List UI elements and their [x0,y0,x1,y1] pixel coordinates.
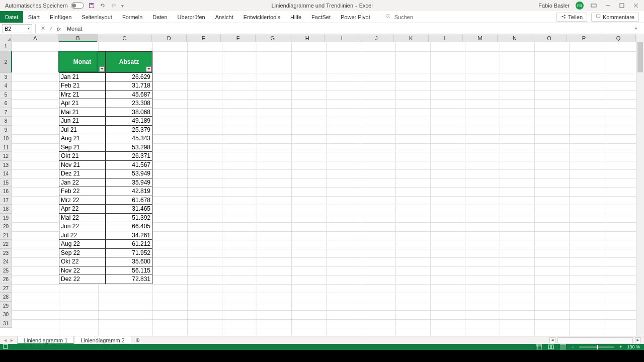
maximize-icon[interactable] [618,2,626,10]
cell-sales[interactable]: 26.629 [106,73,152,82]
save-icon[interactable] [88,2,95,9]
row-header-13[interactable]: 13 [0,161,12,170]
table-row[interactable]: Dez 2153.949 [59,169,152,178]
cell-month[interactable]: Sep 22 [59,249,106,258]
table-row[interactable]: Sep 2153.298 [59,143,152,152]
cell-sales[interactable]: 35.949 [106,178,152,188]
cell-month[interactable]: Okt 21 [59,152,106,161]
column-header-P[interactable]: P [567,34,602,42]
zoom-out-icon[interactable]: − [572,344,574,349]
cell-sales[interactable]: 61.212 [106,240,152,249]
table-row[interactable]: Apr 2231.465 [59,205,152,214]
table-row[interactable]: Mrz 2145.687 [59,90,152,100]
row-header-16[interactable]: 16 [0,187,12,196]
hscroll-track[interactable] [557,337,633,343]
table-row[interactable]: Jan 2126.629 [59,73,152,82]
table-row[interactable]: Okt 2126.371 [59,152,152,161]
cell-sales[interactable]: 66.405 [106,222,152,231]
row-header-26[interactable]: 26 [0,275,12,284]
scrollbar-thumb[interactable] [637,42,643,72]
column-header-Q[interactable]: Q [601,34,636,42]
column-header-A[interactable]: A [12,34,59,42]
cell-sales[interactable]: 23.308 [106,99,152,108]
column-header-M[interactable]: M [463,34,498,42]
column-header-H[interactable]: H [290,34,325,42]
cancel-formula-icon[interactable]: ✕ [39,25,47,32]
cell-month[interactable]: Apr 22 [59,205,106,214]
fx-icon[interactable]: fx [57,26,61,32]
column-header-J[interactable]: J [359,34,394,42]
cell-month[interactable]: Feb 21 [59,81,106,90]
row-header-6[interactable]: 6 [0,99,12,108]
row-header-25[interactable]: 25 [0,266,12,276]
hscroll-left-icon[interactable]: ◄ [549,337,555,343]
minimize-icon[interactable] [604,2,612,10]
ribbon-tab-daten[interactable]: Daten [147,11,172,23]
cell-month[interactable]: Feb 22 [59,187,106,196]
cell-month[interactable]: Apr 21 [59,99,106,108]
cell-sales[interactable]: 35.600 [106,257,152,266]
cell-month[interactable]: Mai 21 [59,108,106,117]
table-row[interactable]: Nov 2141.567 [59,161,152,170]
cell-sales[interactable]: 41.567 [106,161,152,170]
cell-sales[interactable]: 49.189 [106,117,152,126]
ribbon-display-icon[interactable] [590,2,598,10]
header-month[interactable]: Monat [59,51,106,73]
zoom-level[interactable]: 130 % [627,344,640,349]
qat-customize-icon[interactable]: ▾ [121,3,124,9]
column-header-D[interactable]: D [152,34,187,42]
page-layout-view-icon[interactable] [547,344,554,349]
zoom-in-icon[interactable]: + [619,344,622,349]
table-row[interactable]: Mrz 2261.678 [59,196,152,205]
row-header-19[interactable]: 19 [0,214,12,223]
ribbon-tab-formeln[interactable]: Formeln [117,11,147,23]
formula-input[interactable]: Monat [63,26,635,32]
cell-sales[interactable]: 26.371 [106,152,152,161]
cell-sales[interactable]: 25.379 [106,126,152,135]
row-header-15[interactable]: 15 [0,178,12,188]
ribbon-tab-seitenlayout[interactable]: Seitenlayout [76,11,117,23]
cell-month[interactable]: Jan 22 [59,178,106,188]
cell-sales[interactable]: 34.261 [106,231,152,240]
close-icon[interactable] [632,2,640,10]
table-row[interactable]: Okt 2235.600 [59,257,152,266]
cell-sales[interactable]: 71.952 [106,249,152,258]
cell-sales[interactable]: 53.949 [106,169,152,178]
zoom-slider[interactable] [579,346,614,348]
table-row[interactable]: Mai 2138.068 [59,108,152,117]
cell-month[interactable]: Mrz 22 [59,196,106,205]
row-header-23[interactable]: 23 [0,249,12,258]
column-header-K[interactable]: K [394,34,429,42]
sheet-nav-prev-icon[interactable]: ◄ [3,338,8,343]
table-row[interactable]: Jul 2234.261 [59,231,152,240]
share-button[interactable]: Teilen [556,13,587,22]
sheet-tab[interactable]: Liniendiagramm 1 [17,336,74,344]
name-box[interactable]: B2 ▾ [2,24,32,33]
row-header-17[interactable]: 17 [0,196,12,205]
row-header-9[interactable]: 9 [0,126,12,135]
row-header-7[interactable]: 7 [0,108,12,117]
column-header-B[interactable]: B [59,34,98,42]
row-header-12[interactable]: 12 [0,152,12,161]
ribbon-tab-datei[interactable]: Datei [0,11,23,23]
table-row[interactable]: Aug 2145.343 [59,134,152,143]
column-header-O[interactable]: O [532,34,567,42]
cells-area[interactable]: Monat Absatz Jan 2126.629Feb 2131.718Mrz… [12,42,636,344]
column-header-L[interactable]: L [429,34,463,42]
row-header-4[interactable]: 4 [0,81,12,90]
cell-sales[interactable]: 45.343 [106,134,152,143]
row-header-1[interactable]: 1 [0,42,12,51]
row-header-18[interactable]: 18 [0,205,12,214]
user-name[interactable]: Fabio Basler [538,3,570,9]
ribbon-tab-überprüfen[interactable]: Überprüfen [173,11,210,23]
row-header-31[interactable]: 31 [0,319,12,328]
comments-button[interactable]: Kommentare [591,13,639,22]
table-row[interactable]: Nov 2256.115 [59,266,152,276]
cell-month[interactable]: Okt 22 [59,257,106,266]
cell-sales[interactable]: 51.392 [106,214,152,223]
page-break-view-icon[interactable] [559,344,567,349]
user-avatar-icon[interactable]: FB [576,2,584,10]
ribbon-tab-factset[interactable]: FactSet [306,11,336,23]
hscroll-right-icon[interactable]: ► [635,337,641,343]
undo-icon[interactable] [99,2,106,9]
